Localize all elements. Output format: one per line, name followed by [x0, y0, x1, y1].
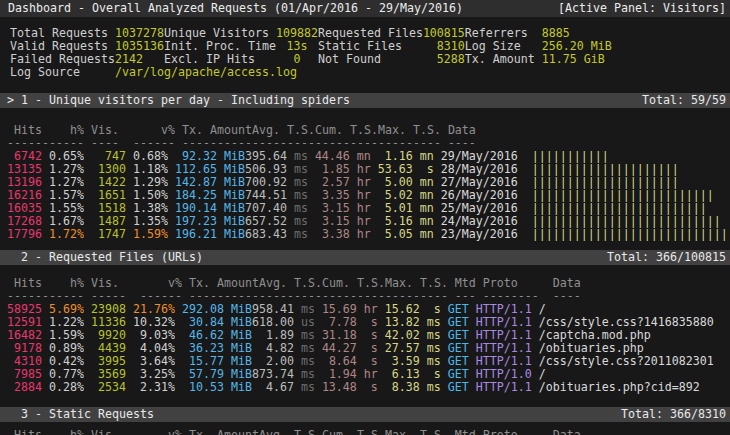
- cell-avg_u: ms: [294, 355, 315, 368]
- cell-hpct: 1.27%: [42, 163, 84, 176]
- summary-value: 1037278: [115, 27, 164, 40]
- cell-vpct: 10.32%: [126, 316, 175, 329]
- cell-tx: 92.32 MiB: [168, 150, 245, 163]
- hits-bar: |||||||||||||||||||||||||: [532, 202, 707, 215]
- column-header-tx-amount: Tx. Amount: [182, 277, 259, 290]
- cell-max: 15.62 s: [378, 303, 441, 316]
- cell-hpct: 1.67%: [42, 215, 84, 228]
- cell-vpct: 4.04%: [126, 342, 175, 355]
- cell-date: 29/May/2016: [434, 150, 532, 163]
- table-row[interactable]: 67420.65%7470.68%92.32 MiB395.64ms44.46 …: [7, 150, 730, 163]
- cell-cum: 3.15 hr: [308, 202, 371, 215]
- cell-mtd: GET: [441, 342, 469, 355]
- cell-url: /obituaries.php?cid=892: [532, 381, 700, 394]
- summary-line: Log Source/var/log/apache/access.log: [10, 66, 730, 79]
- cell-hits: 17268: [7, 215, 42, 228]
- header-divider-dashes: ---------: [385, 290, 448, 303]
- cell-max: 5.16 mn: [371, 215, 434, 228]
- panel-cursor-placeholder: [7, 407, 21, 421]
- column-header-tx-amount: Tx. Amount: [182, 429, 259, 435]
- cell-avg_v: 618.00: [252, 316, 294, 329]
- cell-max: 1.16 mn: [371, 150, 434, 163]
- cell-hits: 16035: [7, 202, 42, 215]
- cell-vis: 1487: [84, 215, 126, 228]
- cell-avg_v: 958.41: [252, 303, 294, 316]
- column-header-v%: v%: [133, 429, 182, 435]
- cell-hpct: 1.55%: [42, 202, 84, 215]
- panel-1-total: Total: 59/59: [642, 93, 726, 108]
- table-row[interactable]: 172681.67%14871.35%197.23 MiB657.52ms3.1…: [7, 215, 730, 228]
- cell-tx: 10.53 MiB: [175, 381, 252, 394]
- cell-vis: 23908: [84, 303, 126, 316]
- summary-label: Referrers: [465, 27, 542, 40]
- column-header-h%: h%: [42, 124, 84, 137]
- cell-avg_u: ms: [294, 303, 315, 316]
- cell-avg_u: ms: [287, 150, 308, 163]
- cell-avg_v: 700.92: [245, 176, 287, 189]
- table-row[interactable]: 177961.72%17471.59%196.21 MiB683.43ms3.3…: [7, 228, 730, 241]
- table-row[interactable]: 164821.59%99209.03%46.62 MiB1.89ms31.18 …: [7, 329, 730, 342]
- header-divider-dashes: -----: [7, 137, 42, 150]
- cell-max: 27.57 ms: [378, 342, 441, 355]
- cell-max: 42.02 ms: [378, 329, 441, 342]
- cell-tx: 184.25 MiB: [168, 189, 245, 202]
- cell-hpct: 0.65%: [42, 150, 84, 163]
- summary-value: 8310: [423, 40, 465, 53]
- cell-date: 26/May/2016: [434, 189, 532, 202]
- cell-avg_u: ms: [294, 381, 315, 394]
- header-divider-dashes: -----: [7, 290, 42, 303]
- hits-bar: ||||||||||||||||||||||||||: [532, 189, 714, 202]
- cell-vis: 1651: [84, 189, 126, 202]
- visitors-table: Hitsh%Vis.v%Tx. AmountAvg. T.S.Cum. T.S.…: [7, 124, 730, 241]
- column-header-v%: v%: [133, 277, 182, 290]
- cell-hits: 12591: [7, 316, 42, 329]
- panel-header-requested-files[interactable]: 2 - Requested Files (URLs) Total: 366/10…: [0, 250, 730, 265]
- table-row[interactable]: 125911.22%1133610.32%30.84 MiB618.00us7.…: [7, 316, 730, 329]
- column-header-tx-amount: Tx. Amount: [175, 124, 252, 137]
- cell-cum: 1.94 hr: [315, 368, 378, 381]
- panel-header-unique-visitors[interactable]: > 1 - Unique visitors per day - Includin…: [0, 93, 730, 108]
- column-header-avg-t-s-: Avg. T.S.: [259, 429, 322, 435]
- summary-label: Tx. Amount: [465, 53, 542, 66]
- cell-avg_v: 657.52: [245, 215, 287, 228]
- cell-vis: 3995: [84, 355, 126, 368]
- table-row[interactable]: 589255.69%2390821.76%292.08 MiB958.41ms1…: [7, 303, 730, 316]
- header-divider-dashes: ---------: [378, 137, 441, 150]
- header-divider-dashes: ---------: [259, 290, 322, 303]
- cell-vpct: 1.18%: [126, 163, 168, 176]
- cell-hpct: 1.59%: [42, 329, 84, 342]
- table-row[interactable]: 131351.27%13001.18%112.65 MiB506.93ms1.8…: [7, 163, 730, 176]
- table-row[interactable]: 160351.55%15181.38%190.14 MiB707.40ms3.1…: [7, 202, 730, 215]
- table-row[interactable]: 79850.77%35693.25%57.79 MiB873.74ms1.94 …: [7, 368, 730, 381]
- column-header-cum-t-s-: Cum. T.S.: [322, 277, 385, 290]
- cell-cum: 3.35 hr: [308, 189, 371, 202]
- cell-date: 24/May/2016: [434, 215, 532, 228]
- table-row[interactable]: 28840.28%25342.31%10.53 MiB4.67ms13.48 s…: [7, 381, 730, 394]
- cell-tx: 112.65 MiB: [168, 163, 245, 176]
- header-divider-dashes: ---------: [322, 290, 385, 303]
- cell-proto: HTTP/1.1: [469, 303, 532, 316]
- table-row[interactable]: 162161.57%16511.50%184.25 MiB744.51ms3.3…: [7, 189, 730, 202]
- table-row[interactable]: 43100.42%39953.64%15.77 MiB2.00ms8.64 s3…: [7, 355, 730, 368]
- cell-cum: 3.15 hr: [308, 215, 371, 228]
- static-requests-table: Hitsh%Vis.v%Tx. AmountAvg. T.S.Cum. T.S.…: [7, 429, 730, 435]
- column-header-vis-: Vis.: [84, 429, 133, 435]
- cell-cum: 1.85 hr: [308, 163, 371, 176]
- summary-label: Requested Files: [318, 27, 423, 40]
- cell-avg_v: 4.82: [252, 342, 294, 355]
- cell-avg_v: 4.67: [252, 381, 294, 394]
- column-header-h%: h%: [42, 277, 84, 290]
- cell-tx: 15.77 MiB: [175, 355, 252, 368]
- table-row[interactable]: 131961.27%14221.29%142.87 MiB700.92ms2.5…: [7, 176, 730, 189]
- header-divider-dashes: ------: [42, 137, 84, 150]
- cell-vis: 1300: [84, 163, 126, 176]
- summary-label: Excl. IP Hits: [164, 53, 276, 66]
- cell-url: /css/style.css?1416835880: [532, 316, 714, 329]
- table-column-header: Hitsh%Vis.v%Tx. AmountAvg. T.S.Cum. T.S.…: [7, 429, 730, 435]
- cell-hpct: 1.27%: [42, 176, 84, 189]
- panel-cursor-placeholder: [7, 250, 21, 264]
- cell-max: 6.13 s: [378, 368, 441, 381]
- cell-hits: 16216: [7, 189, 42, 202]
- panel-header-static-requests[interactable]: 3 - Static Requests Total: 366/8310: [0, 407, 730, 422]
- table-row[interactable]: 91780.89%44394.04%36.23 MiB4.82ms44.27 s…: [7, 342, 730, 355]
